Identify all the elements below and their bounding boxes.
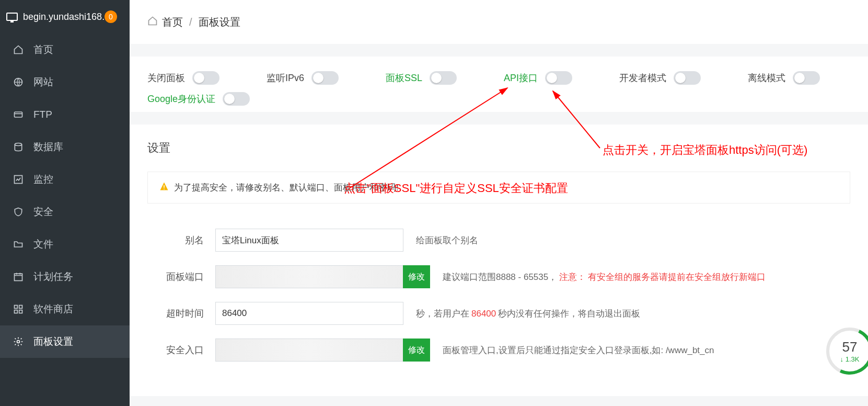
label-entry: 安全入口 [147, 344, 204, 356]
sidebar-item-cron[interactable]: 计划任务 [0, 261, 130, 293]
warning-icon [159, 182, 169, 194]
calendar-icon [13, 271, 24, 283]
sidebar-item-monitor[interactable]: 监控 [0, 163, 130, 196]
svg-point-2 [15, 143, 21, 146]
gauge-number: 57 [842, 339, 858, 355]
row-entry: 安全入口 修改 面板管理入口,设置后只能通过指定安全入口登录面板,如: /www… [147, 339, 850, 362]
update-badge[interactable]: 0 [105, 10, 117, 23]
row-timeout: 超时时间 秒，若用户在 86400 秒内没有任何操作，将自动退出面板 [147, 302, 850, 325]
shield-icon [13, 206, 24, 218]
toggle-label-ssl[interactable]: 面板SSL [386, 72, 422, 84]
btn-modify-port[interactable]: 修改 [403, 265, 430, 288]
breadcrumb-home[interactable]: 首页 [162, 15, 183, 29]
sidebar-item-soft[interactable]: 软件商店 [0, 293, 130, 325]
input-entry[interactable] [215, 339, 403, 362]
breadcrumb-current: 面板设置 [199, 15, 240, 29]
svg-rect-8 [19, 310, 22, 313]
toggle-ssl[interactable] [430, 71, 457, 85]
globe-icon [13, 76, 24, 88]
sidebar-item-home[interactable]: 首页 [0, 33, 130, 66]
label-alias: 别名 [147, 234, 204, 246]
sidebar-header: begin.yundashi168.cc 0 [0, 0, 130, 33]
toggle-label-google[interactable]: Google身份认证 [147, 93, 215, 105]
sidebar-item-site[interactable]: 网站 [0, 66, 130, 98]
settings-panel: 设置 为了提高安全，请修改别名、默认端口、面板用户和密码! 别名 给面板取个别名… [130, 125, 868, 396]
svg-rect-4 [15, 274, 22, 280]
toggle-label-api[interactable]: API接口 [504, 72, 538, 84]
label-port: 面板端口 [147, 270, 204, 283]
alert-text: 为了提高安全，请修改别名、默认端口、面板用户和密码! [174, 182, 399, 194]
apps-icon [13, 303, 24, 315]
sidebar-item-label: 首页 [33, 43, 53, 57]
sidebar-item-label: 数据库 [33, 140, 63, 154]
gear-icon [13, 336, 24, 347]
sidebar-item-label: 软件商店 [33, 302, 73, 316]
toggle-label-dev: 开发者模式 [619, 72, 666, 84]
domain-text: begin.yundashi168.cc [23, 12, 114, 22]
sidebar-item-panel[interactable]: 面板设置 [0, 325, 130, 358]
sidebar-item-label: 面板设置 [33, 335, 73, 348]
settings-title: 设置 [147, 140, 850, 156]
svg-rect-1 [15, 112, 22, 117]
monitor-icon [6, 13, 18, 21]
breadcrumb: 首页 / 面板设置 [130, 0, 868, 44]
toggle-label-ipv6: 监听IPv6 [267, 72, 304, 84]
sidebar-item-db[interactable]: 数据库 [0, 131, 130, 163]
toggle-dev[interactable] [674, 71, 701, 85]
sidebar-item-label: 监控 [33, 173, 53, 186]
chart-icon [13, 174, 24, 185]
security-alert: 为了提高安全，请修改别名、默认端口、面板用户和密码! [147, 172, 850, 204]
sidebar-item-label: 计划任务 [33, 270, 73, 284]
sidebar: begin.yundashi168.cc 0 首页 网站 FTP 数据库 监控 … [0, 0, 130, 406]
row-alias: 别名 给面板取个别名 [147, 229, 850, 252]
home-icon [147, 16, 158, 29]
sidebar-item-label: 安全 [33, 205, 53, 219]
gauge-sub: ↓ 1.3K [840, 355, 860, 363]
main-area: 首页 / 面板设置 关闭面板 监听IPv6 面板SSL API接口 [130, 0, 868, 406]
input-port[interactable] [215, 265, 403, 288]
toggle-google[interactable] [223, 92, 250, 106]
btn-modify-entry[interactable]: 修改 [403, 339, 430, 362]
toggle-offline[interactable] [793, 71, 820, 85]
sidebar-item-files[interactable]: 文件 [0, 228, 130, 261]
hint-port: 建议端口范围8888 - 65535， 注意： 有安全组的服务器请提前在安全组放… [443, 271, 766, 283]
ftp-icon [13, 109, 24, 120]
svg-point-9 [17, 341, 20, 343]
input-timeout[interactable] [215, 302, 403, 325]
breadcrumb-sep: / [189, 16, 192, 28]
label-timeout: 超时时间 [147, 307, 204, 320]
database-icon [13, 141, 24, 153]
home-icon [13, 44, 24, 55]
svg-rect-7 [15, 310, 18, 313]
toggle-close-panel[interactable] [192, 71, 219, 85]
sidebar-item-label: 网站 [33, 75, 53, 89]
toggle-api[interactable] [545, 71, 572, 85]
folder-icon [13, 239, 24, 250]
hint-timeout: 秒，若用户在 86400 秒内没有任何操作，将自动退出面板 [416, 308, 640, 320]
toggle-ipv6[interactable] [311, 71, 339, 85]
svg-rect-6 [19, 306, 22, 309]
svg-rect-10 [164, 185, 165, 188]
row-port: 面板端口 修改 建议端口范围8888 - 65535， 注意： 有安全组的服务器… [147, 265, 850, 288]
svg-rect-11 [164, 189, 165, 190]
toggle-label-offline: 离线模式 [748, 72, 785, 84]
svg-rect-5 [15, 306, 18, 309]
hint-entry: 面板管理入口,设置后只能通过指定安全入口登录面板,如: /www_bt_cn [443, 344, 714, 356]
sidebar-item-label: 文件 [33, 238, 53, 251]
toggle-label-close-panel: 关闭面板 [147, 72, 185, 84]
sidebar-item-label: FTP [33, 109, 52, 120]
hint-alias: 给面板取个别名 [416, 234, 478, 246]
toggles-panel: 关闭面板 监听IPv6 面板SSL API接口 开发者模式 离线模式 [130, 57, 868, 112]
sidebar-item-ftp[interactable]: FTP [0, 98, 130, 131]
sidebar-item-security[interactable]: 安全 [0, 196, 130, 228]
gauge-widget[interactable]: 57 ↓ 1.3K [826, 328, 868, 375]
input-alias[interactable] [215, 229, 403, 252]
